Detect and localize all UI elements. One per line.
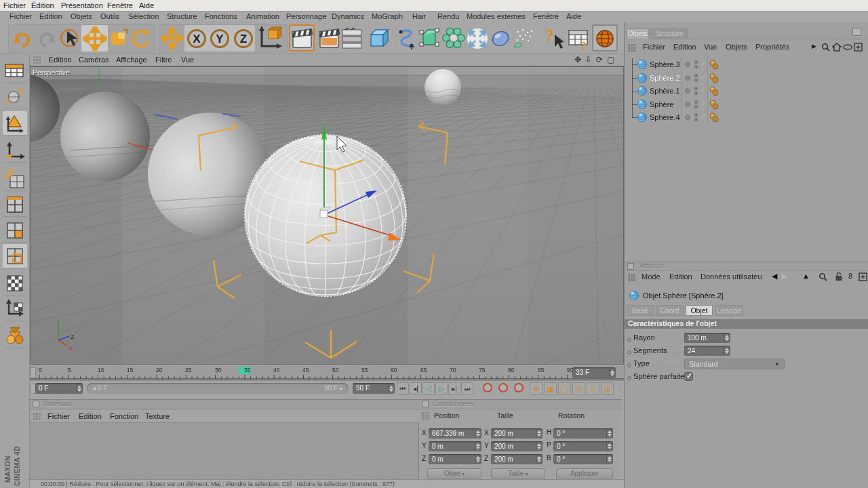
svg-text:45: 45 — [302, 367, 309, 373]
svg-text:50: 50 — [332, 367, 339, 373]
svg-text:75: 75 — [479, 367, 486, 373]
svg-text:80: 80 — [508, 367, 515, 373]
svg-text:65: 65 — [420, 367, 427, 373]
svg-text:Y: Y — [216, 33, 224, 45]
svg-text:40: 40 — [273, 367, 280, 373]
svg-text:X: X — [68, 345, 73, 352]
svg-text:5: 5 — [68, 367, 71, 373]
svg-text:?: ? — [545, 26, 554, 45]
svg-text:85: 85 — [538, 367, 545, 373]
svg-text:Z: Z — [71, 333, 75, 340]
svg-text:60: 60 — [391, 367, 397, 373]
svg-text:X: X — [193, 33, 201, 45]
svg-text:15: 15 — [127, 367, 134, 373]
svg-text:35: 35 — [244, 367, 251, 373]
svg-text:0: 0 — [39, 367, 42, 373]
svg-text:25: 25 — [185, 367, 192, 373]
svg-text:30: 30 — [215, 367, 222, 373]
svg-text:Perspective: Perspective — [33, 68, 70, 77]
svg-text:Z: Z — [240, 33, 247, 45]
svg-text:?: ? — [580, 39, 587, 51]
svg-text:55: 55 — [361, 367, 368, 373]
svg-text:20: 20 — [156, 367, 163, 373]
svg-text:10: 10 — [98, 367, 104, 373]
svg-text:70: 70 — [450, 367, 456, 373]
